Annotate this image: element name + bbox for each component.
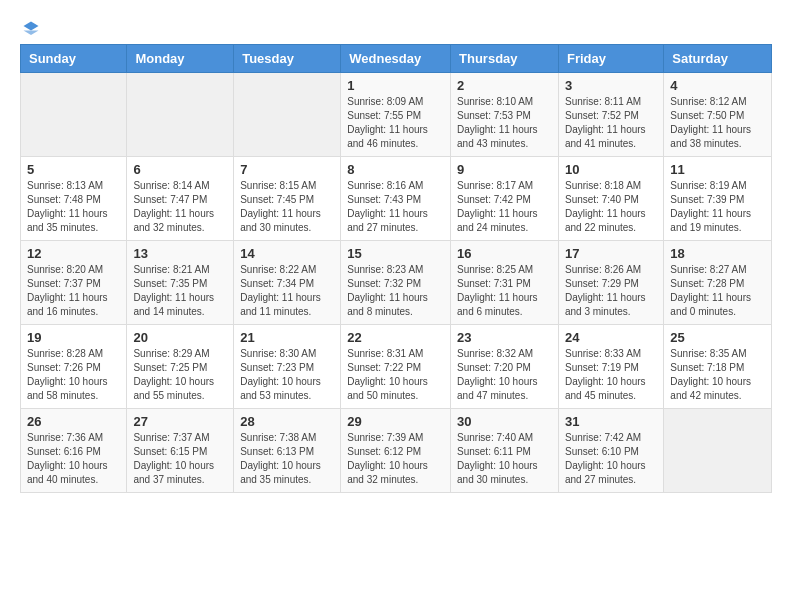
day-number: 22 <box>347 330 444 345</box>
calendar-week-4: 19Sunrise: 8:28 AM Sunset: 7:26 PM Dayli… <box>21 325 772 409</box>
day-info: Sunrise: 8:13 AM Sunset: 7:48 PM Dayligh… <box>27 179 120 235</box>
day-info: Sunrise: 8:11 AM Sunset: 7:52 PM Dayligh… <box>565 95 657 151</box>
day-info: Sunrise: 8:14 AM Sunset: 7:47 PM Dayligh… <box>133 179 227 235</box>
day-info: Sunrise: 8:28 AM Sunset: 7:26 PM Dayligh… <box>27 347 120 403</box>
day-header-thursday: Thursday <box>451 45 559 73</box>
day-number: 2 <box>457 78 552 93</box>
day-info: Sunrise: 8:19 AM Sunset: 7:39 PM Dayligh… <box>670 179 765 235</box>
day-header-sunday: Sunday <box>21 45 127 73</box>
day-info: Sunrise: 8:32 AM Sunset: 7:20 PM Dayligh… <box>457 347 552 403</box>
day-number: 9 <box>457 162 552 177</box>
day-number: 7 <box>240 162 334 177</box>
day-number: 13 <box>133 246 227 261</box>
calendar-week-2: 5Sunrise: 8:13 AM Sunset: 7:48 PM Daylig… <box>21 157 772 241</box>
logo <box>20 20 40 38</box>
calendar-cell: 7Sunrise: 8:15 AM Sunset: 7:45 PM Daylig… <box>234 157 341 241</box>
day-number: 21 <box>240 330 334 345</box>
calendar-cell: 26Sunrise: 7:36 AM Sunset: 6:16 PM Dayli… <box>21 409 127 493</box>
day-number: 29 <box>347 414 444 429</box>
calendar-cell: 8Sunrise: 8:16 AM Sunset: 7:43 PM Daylig… <box>341 157 451 241</box>
day-info: Sunrise: 8:21 AM Sunset: 7:35 PM Dayligh… <box>133 263 227 319</box>
day-info: Sunrise: 8:30 AM Sunset: 7:23 PM Dayligh… <box>240 347 334 403</box>
day-number: 17 <box>565 246 657 261</box>
calendar-cell <box>21 73 127 157</box>
day-number: 15 <box>347 246 444 261</box>
calendar-cell: 30Sunrise: 7:40 AM Sunset: 6:11 PM Dayli… <box>451 409 559 493</box>
calendar-cell: 13Sunrise: 8:21 AM Sunset: 7:35 PM Dayli… <box>127 241 234 325</box>
day-header-saturday: Saturday <box>664 45 772 73</box>
day-number: 1 <box>347 78 444 93</box>
day-info: Sunrise: 8:25 AM Sunset: 7:31 PM Dayligh… <box>457 263 552 319</box>
day-header-wednesday: Wednesday <box>341 45 451 73</box>
calendar-cell: 15Sunrise: 8:23 AM Sunset: 7:32 PM Dayli… <box>341 241 451 325</box>
calendar-cell: 28Sunrise: 7:38 AM Sunset: 6:13 PM Dayli… <box>234 409 341 493</box>
day-info: Sunrise: 7:42 AM Sunset: 6:10 PM Dayligh… <box>565 431 657 487</box>
calendar-cell: 18Sunrise: 8:27 AM Sunset: 7:28 PM Dayli… <box>664 241 772 325</box>
calendar-cell: 5Sunrise: 8:13 AM Sunset: 7:48 PM Daylig… <box>21 157 127 241</box>
calendar-table: SundayMondayTuesdayWednesdayThursdayFrid… <box>20 44 772 493</box>
day-number: 26 <box>27 414 120 429</box>
calendar-cell: 23Sunrise: 8:32 AM Sunset: 7:20 PM Dayli… <box>451 325 559 409</box>
day-number: 5 <box>27 162 120 177</box>
day-number: 18 <box>670 246 765 261</box>
logo-icon <box>22 20 40 38</box>
day-number: 25 <box>670 330 765 345</box>
calendar-cell: 3Sunrise: 8:11 AM Sunset: 7:52 PM Daylig… <box>558 73 663 157</box>
calendar-cell: 17Sunrise: 8:26 AM Sunset: 7:29 PM Dayli… <box>558 241 663 325</box>
day-number: 3 <box>565 78 657 93</box>
day-info: Sunrise: 7:40 AM Sunset: 6:11 PM Dayligh… <box>457 431 552 487</box>
day-number: 12 <box>27 246 120 261</box>
calendar-cell: 2Sunrise: 8:10 AM Sunset: 7:53 PM Daylig… <box>451 73 559 157</box>
day-info: Sunrise: 7:38 AM Sunset: 6:13 PM Dayligh… <box>240 431 334 487</box>
day-info: Sunrise: 8:20 AM Sunset: 7:37 PM Dayligh… <box>27 263 120 319</box>
calendar-cell: 27Sunrise: 7:37 AM Sunset: 6:15 PM Dayli… <box>127 409 234 493</box>
day-number: 10 <box>565 162 657 177</box>
day-info: Sunrise: 8:31 AM Sunset: 7:22 PM Dayligh… <box>347 347 444 403</box>
calendar-cell: 25Sunrise: 8:35 AM Sunset: 7:18 PM Dayli… <box>664 325 772 409</box>
day-number: 8 <box>347 162 444 177</box>
day-info: Sunrise: 8:26 AM Sunset: 7:29 PM Dayligh… <box>565 263 657 319</box>
day-info: Sunrise: 7:37 AM Sunset: 6:15 PM Dayligh… <box>133 431 227 487</box>
day-number: 6 <box>133 162 227 177</box>
calendar-cell <box>127 73 234 157</box>
day-number: 11 <box>670 162 765 177</box>
day-info: Sunrise: 8:10 AM Sunset: 7:53 PM Dayligh… <box>457 95 552 151</box>
day-info: Sunrise: 8:15 AM Sunset: 7:45 PM Dayligh… <box>240 179 334 235</box>
day-info: Sunrise: 8:09 AM Sunset: 7:55 PM Dayligh… <box>347 95 444 151</box>
day-info: Sunrise: 8:17 AM Sunset: 7:42 PM Dayligh… <box>457 179 552 235</box>
calendar-cell: 14Sunrise: 8:22 AM Sunset: 7:34 PM Dayli… <box>234 241 341 325</box>
day-number: 16 <box>457 246 552 261</box>
day-number: 14 <box>240 246 334 261</box>
day-info: Sunrise: 8:27 AM Sunset: 7:28 PM Dayligh… <box>670 263 765 319</box>
day-info: Sunrise: 8:33 AM Sunset: 7:19 PM Dayligh… <box>565 347 657 403</box>
day-number: 28 <box>240 414 334 429</box>
day-info: Sunrise: 8:23 AM Sunset: 7:32 PM Dayligh… <box>347 263 444 319</box>
calendar-cell: 29Sunrise: 7:39 AM Sunset: 6:12 PM Dayli… <box>341 409 451 493</box>
calendar-cell: 20Sunrise: 8:29 AM Sunset: 7:25 PM Dayli… <box>127 325 234 409</box>
calendar-cell: 11Sunrise: 8:19 AM Sunset: 7:39 PM Dayli… <box>664 157 772 241</box>
calendar-week-5: 26Sunrise: 7:36 AM Sunset: 6:16 PM Dayli… <box>21 409 772 493</box>
page-header <box>20 20 772 38</box>
calendar-cell: 22Sunrise: 8:31 AM Sunset: 7:22 PM Dayli… <box>341 325 451 409</box>
calendar-cell: 21Sunrise: 8:30 AM Sunset: 7:23 PM Dayli… <box>234 325 341 409</box>
day-info: Sunrise: 7:39 AM Sunset: 6:12 PM Dayligh… <box>347 431 444 487</box>
calendar-cell: 24Sunrise: 8:33 AM Sunset: 7:19 PM Dayli… <box>558 325 663 409</box>
day-info: Sunrise: 8:29 AM Sunset: 7:25 PM Dayligh… <box>133 347 227 403</box>
day-number: 31 <box>565 414 657 429</box>
day-number: 4 <box>670 78 765 93</box>
day-info: Sunrise: 8:22 AM Sunset: 7:34 PM Dayligh… <box>240 263 334 319</box>
calendar-cell: 4Sunrise: 8:12 AM Sunset: 7:50 PM Daylig… <box>664 73 772 157</box>
calendar-cell: 16Sunrise: 8:25 AM Sunset: 7:31 PM Dayli… <box>451 241 559 325</box>
day-number: 27 <box>133 414 227 429</box>
calendar-cell: 31Sunrise: 7:42 AM Sunset: 6:10 PM Dayli… <box>558 409 663 493</box>
day-number: 20 <box>133 330 227 345</box>
calendar-cell: 9Sunrise: 8:17 AM Sunset: 7:42 PM Daylig… <box>451 157 559 241</box>
days-header-row: SundayMondayTuesdayWednesdayThursdayFrid… <box>21 45 772 73</box>
calendar-week-3: 12Sunrise: 8:20 AM Sunset: 7:37 PM Dayli… <box>21 241 772 325</box>
day-info: Sunrise: 8:12 AM Sunset: 7:50 PM Dayligh… <box>670 95 765 151</box>
day-info: Sunrise: 8:18 AM Sunset: 7:40 PM Dayligh… <box>565 179 657 235</box>
day-header-monday: Monday <box>127 45 234 73</box>
calendar-cell <box>234 73 341 157</box>
calendar-cell: 10Sunrise: 8:18 AM Sunset: 7:40 PM Dayli… <box>558 157 663 241</box>
day-number: 23 <box>457 330 552 345</box>
